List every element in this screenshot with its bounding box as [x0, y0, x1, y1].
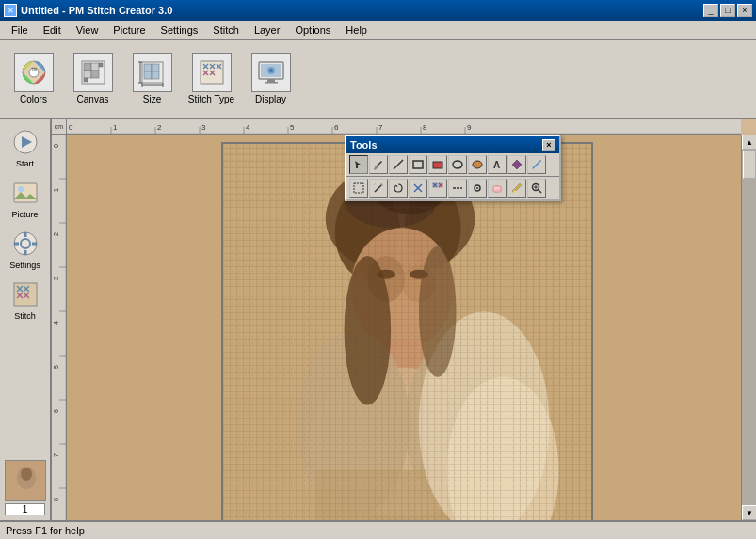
menu-view[interactable]: View	[69, 23, 106, 38]
svg-rect-5	[91, 63, 99, 71]
toolbar-size-label: Size	[143, 94, 161, 104]
tool-wand[interactable]	[369, 179, 388, 198]
vertical-scrollbar[interactable]: ▲ ▼	[741, 135, 756, 520]
canvas-content[interactable]: Tools ×	[67, 135, 741, 520]
svg-rect-7	[91, 71, 99, 78]
app-icon: ✕	[4, 4, 17, 17]
sidebar-settings-button[interactable]: Settings	[4, 225, 47, 272]
svg-rect-8	[99, 63, 103, 67]
svg-line-131	[375, 185, 381, 192]
svg-text:0: 0	[69, 123, 73, 132]
toolbar-colors-label: Colors	[20, 94, 47, 104]
tools-window: Tools ×	[345, 135, 561, 201]
status-bar: Press F1 for help	[0, 520, 756, 539]
close-button[interactable]: ×	[737, 4, 752, 17]
maximize-button[interactable]: □	[720, 4, 735, 17]
svg-rect-9	[84, 78, 88, 82]
svg-marker-129	[512, 160, 522, 169]
svg-rect-46	[14, 243, 19, 246]
tool-arrow[interactable]	[349, 155, 368, 174]
svg-rect-4	[84, 63, 91, 71]
sidebar-start-label: Start	[16, 159, 34, 168]
svg-rect-124	[413, 161, 423, 168]
thumbnail-preview	[5, 460, 46, 501]
toolbar-display-label: Display	[255, 94, 286, 104]
svg-rect-45	[24, 250, 26, 255]
scroll-down-button[interactable]: ▼	[742, 505, 756, 520]
size-icon	[133, 53, 172, 92]
menu-layer[interactable]: Layer	[247, 23, 288, 38]
tool-backstitch[interactable]	[448, 179, 467, 198]
scroll-track[interactable]	[742, 150, 756, 505]
tool-pencil[interactable]	[369, 155, 388, 174]
window-controls[interactable]: _ □ ×	[703, 4, 752, 17]
svg-rect-44	[24, 232, 26, 237]
menu-stitch[interactable]: Stitch	[205, 23, 247, 38]
scroll-thumb[interactable]	[743, 151, 756, 179]
settings-icon	[8, 227, 42, 261]
minimize-button[interactable]: _	[703, 4, 718, 17]
toolbar-colors-button[interactable]: TM Colors	[8, 51, 59, 106]
sidebar-stitch-button[interactable]: Stitch	[4, 276, 47, 323]
tool-lasso[interactable]	[389, 179, 408, 198]
tool-select[interactable]	[349, 179, 368, 198]
sidebar-picture-button[interactable]: Picture	[4, 174, 47, 221]
start-icon	[8, 125, 42, 159]
tool-stitch2[interactable]	[428, 179, 447, 198]
tools-row-1: A	[346, 153, 559, 177]
menu-picture[interactable]: Picture	[105, 23, 153, 38]
toolbar-stitch-type-button[interactable]: Stitch Type	[185, 51, 237, 106]
tool-fill-ellipse[interactable]	[468, 155, 487, 174]
colors-icon: TM	[14, 53, 54, 92]
tools-title-bar[interactable]: Tools ×	[346, 136, 559, 153]
svg-text:4: 4	[246, 123, 250, 132]
tool-color-pick[interactable]	[507, 179, 526, 198]
menu-options[interactable]: Options	[287, 23, 338, 38]
picture-icon	[8, 176, 42, 210]
menu-help[interactable]: Help	[338, 23, 375, 38]
svg-text:A: A	[493, 160, 500, 170]
tool-pen2[interactable]	[527, 155, 546, 174]
svg-text:1: 1	[53, 188, 59, 192]
svg-text:3: 3	[53, 277, 59, 280]
window-title: Untitled - PM Stitch Creator 3.0	[21, 5, 172, 16]
scroll-up-button[interactable]: ▲	[742, 135, 756, 150]
toolbar-size-button[interactable]: Size	[126, 51, 178, 106]
sidebar-settings-label: Settings	[9, 261, 40, 270]
svg-line-123	[394, 160, 403, 169]
tool-rect[interactable]	[409, 155, 427, 174]
svg-point-147	[476, 187, 478, 189]
tools-close-button[interactable]: ×	[542, 139, 555, 151]
menu-settings[interactable]: Settings	[153, 23, 206, 38]
toolbar-canvas-button[interactable]: Canvas	[67, 51, 119, 106]
page-number: 1	[5, 503, 45, 515]
svg-rect-12	[152, 64, 159, 71]
svg-text:8: 8	[423, 123, 427, 132]
menu-file[interactable]: File	[4, 23, 36, 38]
tool-ellipse[interactable]	[448, 155, 467, 174]
menu-edit[interactable]: Edit	[36, 23, 69, 38]
tool-line[interactable]	[389, 155, 408, 174]
svg-rect-47	[32, 243, 37, 246]
tool-text[interactable]: A	[488, 155, 507, 174]
svg-line-134	[396, 185, 397, 187]
svg-text:5: 5	[53, 365, 59, 369]
tool-fill-rect[interactable]	[428, 155, 447, 174]
tool-french-knot[interactable]	[468, 179, 487, 198]
tool-erase[interactable]	[488, 179, 507, 198]
tool-diamond[interactable]	[507, 155, 526, 174]
tool-cross-stitch[interactable]	[409, 179, 427, 198]
svg-text:8: 8	[53, 498, 59, 501]
toolbar-display-button[interactable]: Display	[245, 51, 297, 106]
tool-zoom[interactable]	[527, 179, 546, 198]
canvas-area[interactable]: cm 0 1 2 3 4 5 6 7 8	[52, 119, 756, 520]
sidebar-stitch-label: Stitch	[14, 311, 36, 321]
stitch-type-icon	[192, 53, 232, 92]
toolbar-stitch-type-label: Stitch Type	[188, 94, 234, 104]
display-icon	[251, 53, 291, 92]
sidebar-start-button[interactable]: Start	[4, 123, 47, 170]
toolbar-canvas-label: Canvas	[77, 94, 109, 104]
left-sidebar: Start Picture	[0, 119, 52, 520]
svg-text:7: 7	[378, 123, 383, 132]
svg-text:6: 6	[53, 409, 59, 413]
